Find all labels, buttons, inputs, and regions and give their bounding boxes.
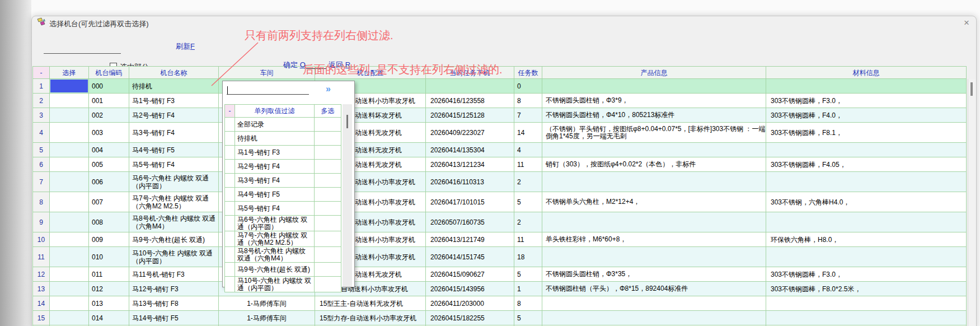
popup-filter-header[interactable]: 单列取值过滤 (235, 105, 315, 118)
table-vertical-scrollbar[interactable] (968, 79, 976, 326)
table-row[interactable]: 3002马2号-销钉 F4动送料坏攻牙机20260415/1251287不锈钢圆… (33, 108, 967, 123)
cell-machine-code: 013 (89, 296, 129, 311)
cell-row-number: 14 (33, 296, 50, 311)
popup-filter-item[interactable]: 马9号-六角柱(超长 双通) (225, 263, 341, 277)
cell-row-number: 11 (33, 247, 50, 267)
filter-input[interactable] (44, 45, 121, 54)
cell-task-count: 18 (514, 247, 542, 267)
cell-machine-config: 15型力存-自动送料小功率攻牙机 (315, 311, 426, 325)
cell-select (50, 282, 89, 296)
table-row[interactable]: 7006马6号-六角柱 内螺纹 双通（内平圆）动送料小功率攻牙机20260416… (33, 172, 967, 192)
cell-task-count: 11 (514, 157, 542, 172)
cell-product-info (542, 172, 766, 192)
popup-item-label: 马7号-六角柱 内螺纹 双通（六角M2 M2.5） (235, 231, 315, 247)
popup-item-dash-cell (225, 174, 235, 188)
table-row[interactable]: 10009马9号-六角柱(超长 双通)动送料小功率攻牙机20260413/121… (33, 232, 967, 247)
table-row[interactable]: 13012马12号-销钉 F31-马师傅车间王主-自动送料小功率攻牙机20260… (33, 282, 967, 296)
cell-current-task: 20260413/121749 (426, 232, 514, 247)
popup-filter-item[interactable]: 马10号-六角柱 内螺纹 双通（内平圆） (225, 277, 341, 292)
cell-material-info: 303不锈钢圆棒，F8.0*2.5米， (766, 282, 967, 296)
cell-machine-code: 009 (89, 232, 129, 247)
table-row[interactable]: 9008马8号机-六角柱 内螺纹 双通（六角M4）动送料小功率攻牙机202605… (33, 212, 967, 232)
popup-filter-item[interactable]: 马5号-销钉 F4 (225, 202, 341, 216)
screen: { "window": { "title": "选择机台(可先过滤再双击选择)"… (0, 0, 980, 326)
table-row[interactable]: 2001马1号-销钉 F3动送料小功率攻牙机20260416/1235588不锈… (33, 94, 967, 108)
cell-machine-code: 010 (89, 247, 129, 267)
column-header-1[interactable]: 选择 (50, 67, 89, 79)
popup-item-dash-cell (225, 146, 235, 160)
popup-filter-item[interactable]: 马1号-销钉 F3 (225, 146, 341, 160)
cell-machine-name: 马13号-销钉 F8 (129, 296, 219, 311)
column-header-7[interactable]: 任务数 (514, 67, 542, 79)
cell-product-info: 不锈钢圆柱销（平头），Φ8*15，892404标准件 (542, 282, 766, 296)
cell-current-task: 20260409/223027 (426, 123, 514, 143)
cell-select (50, 94, 89, 108)
cell-current-task: 20260415/143956 (426, 282, 514, 296)
cell-material-info: 303不锈钢圆棒，F4.0， (766, 108, 967, 123)
cell-current-task: 20260507/160735 (426, 212, 514, 232)
table-row[interactable]: 5004马4号-销钉 F5动送料无攻牙机20260414/1353044 (33, 143, 967, 157)
refresh-button[interactable]: 刷新F (176, 41, 195, 52)
column-header-8[interactable]: 产品信息 (542, 67, 766, 79)
table-row[interactable]: 14013马13号-销钉 F81-马师傅车间15型王主-自动送料无攻牙机2026… (33, 296, 967, 311)
cell-select (50, 123, 89, 143)
popup-filter-item[interactable]: 马2号-销钉 F4 (225, 160, 341, 174)
popup-scrollbar-thumb[interactable] (346, 115, 348, 128)
cell-product-info (542, 143, 766, 157)
cell-machine-code: 011 (89, 267, 129, 282)
popup-item-multi-cell (315, 247, 341, 263)
popup-filter-item[interactable]: 马6号-六角柱 内螺纹 双通（内平圆） (225, 216, 341, 231)
cell-select (50, 143, 89, 157)
popup-item-multi-cell (315, 277, 341, 292)
popup-filter-item[interactable]: 马3号-销钉 F4 (225, 174, 341, 188)
popup-filter-item[interactable]: 待排机 (225, 132, 341, 146)
expand-chevron-icon[interactable]: » (326, 84, 331, 94)
table-row[interactable]: 8007马7号-六角柱 内螺纹 双通（六角M2 M2.5）动送料小功率攻牙机20… (33, 192, 967, 212)
column-filter-popup: » - 单列取值过滤 多选 全部记录待排机马1号-销钉 F3马2号-销钉 F4马… (222, 81, 355, 287)
table-scrollbar-thumb[interactable] (970, 82, 973, 96)
cell-select (50, 192, 89, 212)
popup-item-dash-cell (225, 216, 235, 231)
cell-task-count: 2 (514, 172, 542, 192)
cell-machine-name: 马1号-销钉 F3 (129, 94, 219, 108)
table-row[interactable]: 1000待排机0 (33, 79, 967, 94)
cell-row-number: 13 (33, 282, 50, 296)
popup-filter-item[interactable]: 全部记录 (225, 118, 341, 132)
popup-item-multi-cell (315, 202, 341, 216)
cell-machine-name: 马10号-六角柱 内螺纹 双通（内平圆） (129, 247, 219, 267)
cell-task-count: 1 (514, 282, 542, 296)
table-row[interactable]: 12011马11号机-销钉 F3动送料无攻牙机20260415/0906275不… (33, 267, 967, 282)
cell-machine-code: 012 (89, 282, 129, 296)
cell-select (50, 108, 89, 123)
table-row[interactable]: 4003马3号-销钉 F4动送料无攻牙机20260409/22302714（不锈… (33, 123, 967, 143)
popup-item-label: 马2号-销钉 F4 (235, 160, 315, 174)
popup-filter-item[interactable]: 马7号-六角柱 内螺纹 双通（六角M2 M2.5） (225, 231, 341, 247)
cell-machine-name: 马7号-六角柱 内螺纹 双通（六角M2 M2.5） (129, 192, 219, 212)
cell-task-count: 7 (514, 108, 542, 123)
column-header-2[interactable]: 机台编码 (89, 67, 129, 79)
popup-filter-item[interactable]: 马8号机-六角柱 内螺纹 双通（六角M4） (225, 247, 341, 263)
column-header-0[interactable]: - (33, 67, 50, 79)
table-row[interactable]: 11010马10号-六角柱 内螺纹 双通（内平圆）动送料小功率攻牙机202604… (33, 247, 967, 267)
popup-multi-header[interactable]: 多选 (315, 105, 341, 118)
popup-filter-item[interactable]: 马4号-销钉 F5 (225, 188, 341, 202)
popup-item-label: 全部记录 (235, 118, 315, 132)
selected-cell-highlight (50, 80, 88, 92)
cell-product-info (542, 311, 766, 325)
cell-select (50, 296, 89, 311)
cell-row-number: 9 (33, 212, 50, 232)
popup-item-multi-cell (315, 132, 341, 146)
table-row[interactable]: 15014马14号-销钉 F51-马师傅车间15型力存-自动送料小功率攻牙机20… (33, 311, 967, 325)
popup-scrollbar[interactable] (343, 104, 352, 287)
popup-item-label: 马6号-六角柱 内螺纹 双通（内平圆） (235, 216, 315, 231)
cell-material-info (766, 311, 967, 325)
table-row[interactable]: 6005马5号-销钉 F4动送料无攻牙机20260413/12123411销钉（… (33, 157, 967, 172)
refresh-label: 刷新 (176, 42, 190, 50)
cell-current-task: 20260414/151745 (426, 247, 514, 267)
column-header-9[interactable]: 材料信息 (766, 67, 967, 79)
popup-filter-input[interactable] (227, 85, 309, 95)
close-icon[interactable]: × (960, 17, 973, 29)
cell-row-number: 10 (33, 232, 50, 247)
column-header-3[interactable]: 机台名称 (129, 67, 219, 79)
confirm-button[interactable]: 确定 O (283, 60, 306, 70)
